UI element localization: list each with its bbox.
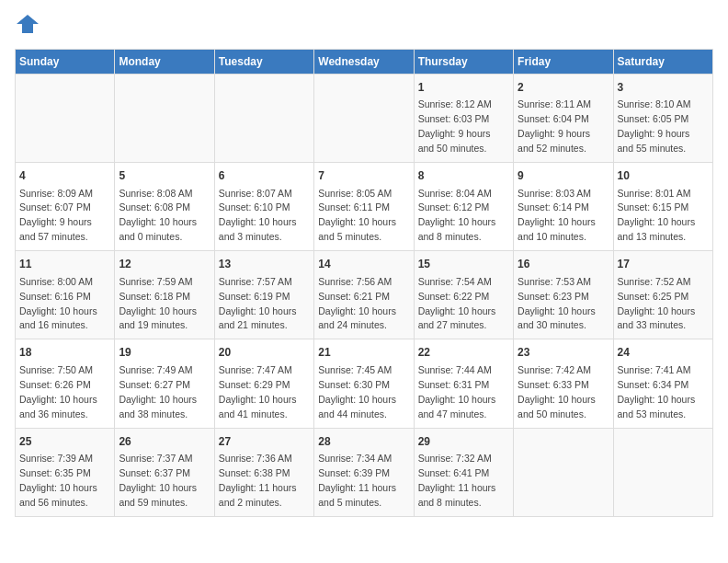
day-number: 8 <box>418 168 509 184</box>
calendar-cell: 12Sunrise: 7:59 AM Sunset: 6:18 PM Dayli… <box>115 251 214 339</box>
day-info: Sunrise: 8:07 AM Sunset: 6:10 PM Dayligh… <box>219 188 297 243</box>
column-header-friday: Friday <box>514 50 613 75</box>
calendar-cell: 25Sunrise: 7:39 AM Sunset: 6:35 PM Dayli… <box>16 428 115 516</box>
day-info: Sunrise: 7:41 AM Sunset: 6:34 PM Dayligh… <box>618 364 696 419</box>
day-number: 19 <box>119 345 210 361</box>
day-number: 24 <box>618 345 709 361</box>
day-number: 14 <box>318 257 409 272</box>
day-number: 5 <box>119 168 210 184</box>
calendar-cell: 8Sunrise: 8:04 AM Sunset: 6:12 PM Daylig… <box>414 163 513 251</box>
column-header-tuesday: Tuesday <box>214 50 313 75</box>
week-row-2: 4Sunrise: 8:09 AM Sunset: 6:07 PM Daylig… <box>16 163 713 251</box>
day-number: 12 <box>119 257 210 272</box>
calendar-cell: 29Sunrise: 7:32 AM Sunset: 6:41 PM Dayli… <box>414 428 513 516</box>
page-header <box>15 15 713 38</box>
day-number: 25 <box>19 434 110 450</box>
calendar-cell: 17Sunrise: 7:52 AM Sunset: 6:25 PM Dayli… <box>613 251 712 339</box>
logo-text <box>15 15 39 38</box>
day-number: 27 <box>219 434 310 450</box>
column-header-wednesday: Wednesday <box>314 50 414 75</box>
header-row: SundayMondayTuesdayWednesdayThursdayFrid… <box>16 50 713 75</box>
calendar-cell: 22Sunrise: 7:44 AM Sunset: 6:31 PM Dayli… <box>414 339 513 428</box>
day-number: 22 <box>418 345 509 361</box>
calendar-cell: 1Sunrise: 8:12 AM Sunset: 6:03 PM Daylig… <box>414 75 513 163</box>
day-number: 4 <box>19 168 110 184</box>
day-info: Sunrise: 8:08 AM Sunset: 6:08 PM Dayligh… <box>119 188 197 243</box>
calendar-table: SundayMondayTuesdayWednesdayThursdayFrid… <box>15 49 713 517</box>
week-row-1: 1Sunrise: 8:12 AM Sunset: 6:03 PM Daylig… <box>16 75 713 163</box>
day-info: Sunrise: 8:11 AM Sunset: 6:04 PM Dayligh… <box>518 98 591 154</box>
day-number: 1 <box>418 80 509 96</box>
calendar-cell <box>314 75 414 163</box>
calendar-cell <box>115 75 214 163</box>
day-info: Sunrise: 7:34 AM Sunset: 6:39 PM Dayligh… <box>318 453 396 508</box>
day-number: 16 <box>518 257 609 272</box>
column-header-monday: Monday <box>115 50 214 75</box>
day-info: Sunrise: 7:39 AM Sunset: 6:35 PM Dayligh… <box>19 453 97 508</box>
day-info: Sunrise: 7:44 AM Sunset: 6:31 PM Dayligh… <box>418 364 496 419</box>
day-number: 15 <box>418 257 509 272</box>
week-row-5: 25Sunrise: 7:39 AM Sunset: 6:35 PM Dayli… <box>16 428 713 516</box>
day-number: 23 <box>518 345 609 361</box>
day-info: Sunrise: 8:03 AM Sunset: 6:14 PM Dayligh… <box>518 188 596 243</box>
day-number: 17 <box>618 257 709 272</box>
calendar-body: 1Sunrise: 8:12 AM Sunset: 6:03 PM Daylig… <box>16 75 713 517</box>
day-info: Sunrise: 7:52 AM Sunset: 6:25 PM Dayligh… <box>618 276 696 331</box>
calendar-cell: 27Sunrise: 7:36 AM Sunset: 6:38 PM Dayli… <box>214 428 313 516</box>
calendar-cell: 4Sunrise: 8:09 AM Sunset: 6:07 PM Daylig… <box>16 163 115 251</box>
calendar-cell: 18Sunrise: 7:50 AM Sunset: 6:26 PM Dayli… <box>16 339 115 428</box>
day-number: 13 <box>219 257 310 272</box>
calendar-cell: 10Sunrise: 8:01 AM Sunset: 6:15 PM Dayli… <box>613 163 712 251</box>
day-info: Sunrise: 7:45 AM Sunset: 6:30 PM Dayligh… <box>318 364 396 419</box>
calendar-cell: 19Sunrise: 7:49 AM Sunset: 6:27 PM Dayli… <box>115 339 214 428</box>
calendar-cell: 3Sunrise: 8:10 AM Sunset: 6:05 PM Daylig… <box>613 75 712 163</box>
logo-icon <box>17 15 39 33</box>
calendar-cell: 14Sunrise: 7:56 AM Sunset: 6:21 PM Dayli… <box>314 251 414 339</box>
day-info: Sunrise: 7:56 AM Sunset: 6:21 PM Dayligh… <box>318 276 396 331</box>
day-info: Sunrise: 7:53 AM Sunset: 6:23 PM Dayligh… <box>518 276 596 331</box>
day-info: Sunrise: 7:54 AM Sunset: 6:22 PM Dayligh… <box>418 276 496 331</box>
calendar-cell: 6Sunrise: 8:07 AM Sunset: 6:10 PM Daylig… <box>214 163 313 251</box>
day-info: Sunrise: 8:00 AM Sunset: 6:16 PM Dayligh… <box>19 276 97 331</box>
day-number: 3 <box>618 80 709 96</box>
calendar-cell: 15Sunrise: 7:54 AM Sunset: 6:22 PM Dayli… <box>414 251 513 339</box>
calendar-cell: 7Sunrise: 8:05 AM Sunset: 6:11 PM Daylig… <box>314 163 414 251</box>
logo <box>15 15 39 38</box>
day-info: Sunrise: 7:50 AM Sunset: 6:26 PM Dayligh… <box>19 364 97 419</box>
week-row-3: 11Sunrise: 8:00 AM Sunset: 6:16 PM Dayli… <box>16 251 713 339</box>
day-info: Sunrise: 7:57 AM Sunset: 6:19 PM Dayligh… <box>219 276 297 331</box>
calendar-cell: 13Sunrise: 7:57 AM Sunset: 6:19 PM Dayli… <box>214 251 313 339</box>
calendar-cell: 24Sunrise: 7:41 AM Sunset: 6:34 PM Dayli… <box>613 339 712 428</box>
day-info: Sunrise: 8:05 AM Sunset: 6:11 PM Dayligh… <box>318 188 396 243</box>
day-number: 9 <box>518 168 609 184</box>
calendar-cell: 21Sunrise: 7:45 AM Sunset: 6:30 PM Dayli… <box>314 339 414 428</box>
day-info: Sunrise: 7:59 AM Sunset: 6:18 PM Dayligh… <box>119 276 197 331</box>
svg-marker-0 <box>17 15 39 33</box>
day-info: Sunrise: 7:49 AM Sunset: 6:27 PM Dayligh… <box>119 364 197 419</box>
calendar-cell <box>214 75 313 163</box>
column-header-thursday: Thursday <box>414 50 513 75</box>
calendar-cell <box>16 75 115 163</box>
column-header-saturday: Saturday <box>613 50 712 75</box>
day-number: 18 <box>19 345 110 361</box>
day-number: 7 <box>318 168 409 184</box>
day-number: 11 <box>19 257 110 272</box>
calendar-cell <box>613 428 712 516</box>
day-info: Sunrise: 8:04 AM Sunset: 6:12 PM Dayligh… <box>418 188 496 243</box>
calendar-cell <box>514 428 613 516</box>
day-info: Sunrise: 7:36 AM Sunset: 6:38 PM Dayligh… <box>219 453 297 508</box>
column-header-sunday: Sunday <box>16 50 115 75</box>
day-info: Sunrise: 8:12 AM Sunset: 6:03 PM Dayligh… <box>418 98 492 154</box>
day-info: Sunrise: 7:47 AM Sunset: 6:29 PM Dayligh… <box>219 364 297 419</box>
week-row-4: 18Sunrise: 7:50 AM Sunset: 6:26 PM Dayli… <box>16 339 713 428</box>
day-number: 20 <box>219 345 310 361</box>
calendar-cell: 20Sunrise: 7:47 AM Sunset: 6:29 PM Dayli… <box>214 339 313 428</box>
day-info: Sunrise: 7:42 AM Sunset: 6:33 PM Dayligh… <box>518 364 596 419</box>
day-number: 29 <box>418 434 509 450</box>
calendar-cell: 23Sunrise: 7:42 AM Sunset: 6:33 PM Dayli… <box>514 339 613 428</box>
day-number: 6 <box>219 168 310 184</box>
day-number: 2 <box>518 80 609 96</box>
day-info: Sunrise: 8:10 AM Sunset: 6:05 PM Dayligh… <box>618 98 691 154</box>
day-info: Sunrise: 8:09 AM Sunset: 6:07 PM Dayligh… <box>19 188 93 243</box>
calendar-cell: 11Sunrise: 8:00 AM Sunset: 6:16 PM Dayli… <box>16 251 115 339</box>
